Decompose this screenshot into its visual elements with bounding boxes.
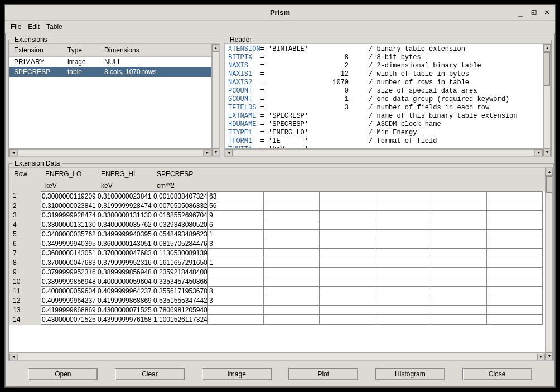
scroll-left-icon[interactable]: ◂: [9, 149, 17, 156]
scroll-right-icon[interactable]: ▸: [537, 354, 545, 360]
table-row[interactable]: 60.349999994039540.360000014305110.08157…: [9, 239, 545, 249]
scroll-down-icon[interactable]: ▾: [212, 148, 219, 156]
menu-edit[interactable]: Edit: [28, 23, 40, 31]
minimize-icon[interactable]: _: [516, 7, 525, 16]
clear-button[interactable]: Clear: [115, 368, 185, 380]
scroll-left-icon[interactable]: ◂: [225, 149, 233, 156]
scroll-right-icon[interactable]: ▸: [204, 149, 211, 156]
extension-row[interactable]: PRIMARYimageNULL: [9, 57, 211, 67]
scroll-right-icon[interactable]: ▸: [535, 149, 543, 156]
ext-col-extension[interactable]: Extension: [12, 45, 65, 55]
table-row[interactable]: 40.330000013113020.340000003576280.03293…: [9, 220, 545, 230]
app-window: Prism _ ◱ ✕ File Edit Table Extensions E…: [4, 4, 556, 388]
button-bar: Open Clear Image Plot Histogram Close: [8, 364, 552, 384]
scroll-left-icon[interactable]: ◂: [9, 354, 17, 360]
table-row[interactable]: 30.319999992847440.330000013113020.01685…: [9, 211, 545, 220]
plot-button[interactable]: Plot: [288, 368, 358, 380]
scroll-up-icon[interactable]: ▴: [212, 44, 219, 52]
scroll-down-icon[interactable]: ▾: [543, 148, 551, 156]
close-icon[interactable]: ✕: [543, 7, 552, 16]
extension-data-panel: Extension Data RowENERG_LOENERG_HISPECRE…: [8, 159, 554, 361]
scroll-up-icon[interactable]: ▴: [545, 168, 553, 176]
histogram-button[interactable]: Histogram: [375, 368, 445, 380]
hscrollbar[interactable]: ◂ ▸: [225, 148, 543, 156]
menu-table[interactable]: Table: [46, 23, 62, 31]
extensions-list[interactable]: PRIMARYimageNULLSPECRESPtable3 cols, 107…: [9, 57, 211, 148]
table-row[interactable]: 130.419999986886980.430000007152560.7806…: [9, 306, 545, 315]
header-legend: Header: [228, 36, 254, 43]
maximize-icon[interactable]: ◱: [529, 7, 538, 16]
extension-data-legend: Extension Data: [12, 159, 62, 167]
hscrollbar[interactable]: ◂ ▸: [9, 148, 211, 156]
table-row[interactable]: 120.409999996423720.419999986886980.5351…: [9, 296, 545, 306]
vscrollbar[interactable]: ▴ ▾: [543, 44, 551, 156]
ext-col-dimensions[interactable]: Dimensions: [102, 45, 209, 55]
data-table-body[interactable]: 10.300000011920930.310000002384190.00108…: [9, 191, 545, 352]
menubar: File Edit Table: [5, 21, 555, 33]
table-row[interactable]: 90.379999995231630.389999985694890.23592…: [9, 268, 545, 277]
header-text[interactable]: XTENSION= 'BINTABLE' / binary table exte…: [225, 44, 543, 148]
open-button[interactable]: Open: [28, 368, 98, 380]
data-table-header: RowENERG_LOENERG_HISPECRESPkeVkeVcm**2: [9, 168, 545, 191]
titlebar: Prism _ ◱ ✕: [5, 5, 555, 21]
image-button[interactable]: Image: [202, 368, 272, 380]
table-row[interactable]: 140.430000007152560.439999997615811.1001…: [9, 315, 545, 325]
scroll-up-icon[interactable]: ▴: [543, 44, 551, 52]
table-row[interactable]: 70.360000014305110.370000004768370.11305…: [9, 249, 545, 258]
scroll-down-icon[interactable]: ▾: [545, 352, 553, 360]
table-row[interactable]: 80.370000004768370.379999995231630.16116…: [9, 258, 545, 268]
close-button[interactable]: Close: [462, 368, 532, 380]
extensions-legend: Extensions: [12, 36, 50, 43]
extension-row[interactable]: SPECRESPtable3 cols, 1070 rows: [9, 67, 211, 77]
table-row[interactable]: 20.310000002384190.319999992847440.00705…: [9, 201, 545, 211]
hscrollbar[interactable]: ◂ ▸: [9, 352, 545, 360]
table-row[interactable]: 50.340000003576280.349999994039540.05484…: [9, 230, 545, 239]
menu-file[interactable]: File: [11, 23, 21, 31]
ext-col-type[interactable]: Type: [65, 45, 102, 55]
window-title: Prism: [270, 8, 290, 17]
table-row[interactable]: 10.300000011920930.310000002384190.00108…: [9, 191, 545, 201]
vscrollbar[interactable]: ▴ ▾: [211, 44, 219, 156]
table-row[interactable]: 110.400000005960460.409999996423720.3556…: [9, 287, 545, 296]
table-row[interactable]: 100.389999985694890.400000005960460.3353…: [9, 277, 545, 287]
vscrollbar[interactable]: ▴ ▾: [545, 168, 553, 360]
header-panel: Header XTENSION= 'BINTABLE' / binary tab…: [224, 36, 552, 157]
extensions-panel: Extensions Extension Type Dimensions PRI…: [8, 36, 220, 157]
